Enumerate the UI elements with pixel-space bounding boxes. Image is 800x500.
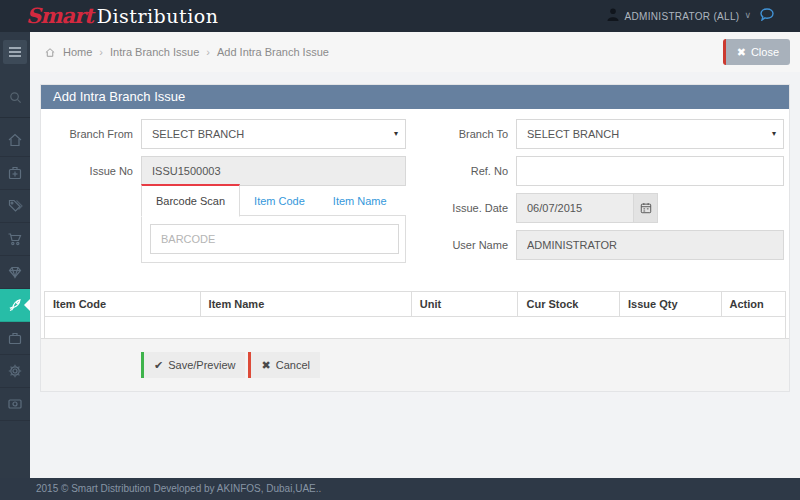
user-icon	[606, 7, 620, 26]
user-menu[interactable]: ADMINISTRATOR (ALL) ∨	[606, 0, 774, 32]
banknote-icon	[7, 396, 23, 412]
sidebar-item-stock[interactable]	[0, 157, 30, 190]
close-button[interactable]: ✖ Close	[723, 39, 790, 65]
sidebar-item-pricing[interactable]	[0, 190, 30, 223]
close-icon: ✖	[737, 46, 746, 59]
rocket-icon	[7, 297, 23, 313]
caret-down-icon: ▾	[394, 120, 398, 148]
user-name-field	[516, 230, 784, 260]
col-cur-stock: Cur Stock	[518, 292, 620, 317]
sidebar-item-branch-issue[interactable]	[0, 289, 30, 322]
app-logo: SmartDistribution	[26, 0, 218, 32]
col-item-name: Item Name	[200, 292, 411, 317]
user-name-label: User Name	[416, 239, 508, 251]
gear-icon	[7, 363, 23, 379]
branch-to-selected-value: SELECT BRANCH	[527, 128, 619, 140]
ref-no-label: Ref. No	[416, 165, 508, 177]
logo-smart: Smart	[26, 3, 93, 28]
items-table: Item Code Item Name Unit Cur Stock Issue…	[44, 291, 786, 338]
branch-to-select[interactable]: SELECT BRANCH ▾	[516, 119, 784, 149]
issue-no-field	[141, 156, 406, 186]
user-label: ADMINISTRATOR (ALL)	[625, 11, 740, 22]
panel-title: Add Intra Branch Issue	[41, 85, 789, 109]
home-icon	[7, 132, 23, 148]
branch-to-label: Branch To	[416, 128, 508, 140]
issue-date-field	[516, 193, 634, 223]
calendar-button[interactable]	[634, 193, 658, 223]
add-intra-branch-issue-panel: Add Intra Branch Issue Branch From SELEC…	[40, 84, 790, 392]
item-entry-tabs: Barcode Scan Item Code Item Name	[141, 184, 406, 216]
cancel-button[interactable]: ✖ Cancel	[248, 352, 319, 378]
sidebar-item-items[interactable]	[0, 256, 30, 289]
sidebar-toggle[interactable]	[3, 40, 27, 64]
tab-barcode-scan[interactable]: Barcode Scan	[141, 184, 240, 217]
main-content: Home › Intra Branch Issue › Add Intra Br…	[30, 32, 800, 478]
top-navbar: SmartDistribution ADMINISTRATOR (ALL) ∨	[0, 0, 800, 32]
col-unit: Unit	[411, 292, 518, 317]
logo-distribution: Distribution	[97, 5, 219, 27]
briefcase-icon	[7, 330, 23, 346]
close-button-label: Close	[751, 46, 779, 58]
col-item-code: Item Code	[45, 292, 201, 317]
active-item-notch	[24, 299, 30, 311]
branch-from-selected-value: SELECT BRANCH	[152, 128, 244, 140]
search-icon	[8, 90, 23, 105]
table-empty-row	[45, 317, 786, 338]
barcode-input[interactable]	[150, 224, 399, 254]
col-issue-qty: Issue Qty	[620, 292, 722, 317]
sidebar-item-purchase[interactable]	[0, 223, 30, 256]
sidebar-item-case[interactable]	[0, 322, 30, 355]
panel-footer: ✔ Save/Preview ✖ Cancel	[41, 338, 789, 391]
panel-body: Branch From SELECT BRANCH ▾ Branch To SE…	[41, 109, 789, 338]
breadcrumb-current: Add Intra Branch Issue	[217, 46, 329, 58]
breadcrumb-home[interactable]: Home	[63, 46, 92, 58]
ref-no-field[interactable]	[516, 156, 784, 186]
diamond-icon	[7, 264, 23, 280]
save-preview-label: Save/Preview	[168, 359, 235, 371]
save-preview-button[interactable]: ✔ Save/Preview	[141, 352, 245, 378]
sidebar-item-search[interactable]	[0, 78, 30, 118]
table-header-row: Item Code Item Name Unit Cur Stock Issue…	[45, 292, 786, 317]
issue-date-label: Issue. Date	[416, 202, 508, 214]
breadcrumb-bar: Home › Intra Branch Issue › Add Intra Br…	[30, 32, 800, 72]
breadcrumb-intra-branch-issue[interactable]: Intra Branch Issue	[110, 46, 199, 58]
branch-from-label: Branch From	[41, 128, 133, 140]
breadcrumb-separator: ›	[99, 46, 103, 58]
barcode-tab-panel	[141, 215, 406, 263]
chevron-down-icon: ∨	[744, 10, 751, 20]
copyright-text: 2015 © Smart Distribution Developed by A…	[36, 483, 321, 494]
chat-icon[interactable]	[760, 7, 774, 25]
cart-icon	[7, 231, 23, 247]
sidebar-item-settings[interactable]	[0, 355, 30, 388]
tags-icon	[7, 198, 23, 214]
medkit-icon	[7, 165, 23, 181]
col-action: Action	[721, 292, 785, 317]
calendar-icon	[640, 202, 652, 214]
menu-icon	[8, 46, 22, 58]
tab-item-name[interactable]: Item Name	[319, 186, 401, 216]
issue-no-label: Issue No	[41, 165, 133, 177]
breadcrumb-separator: ›	[206, 46, 210, 58]
tab-item-code[interactable]: Item Code	[240, 186, 319, 216]
sidebar-item-cash[interactable]	[0, 388, 30, 421]
cancel-label: Cancel	[276, 359, 310, 371]
branch-from-select[interactable]: SELECT BRANCH ▾	[141, 119, 406, 149]
sidebar-item-home[interactable]	[0, 124, 30, 157]
x-icon: ✖	[261, 359, 270, 372]
caret-down-icon: ▾	[772, 120, 776, 148]
breadcrumb: Home › Intra Branch Issue › Add Intra Br…	[44, 32, 329, 72]
home-icon	[44, 47, 56, 58]
page-footer: 2015 © Smart Distribution Developed by A…	[0, 478, 800, 500]
check-icon: ✔	[154, 359, 163, 372]
sidebar	[0, 32, 30, 478]
